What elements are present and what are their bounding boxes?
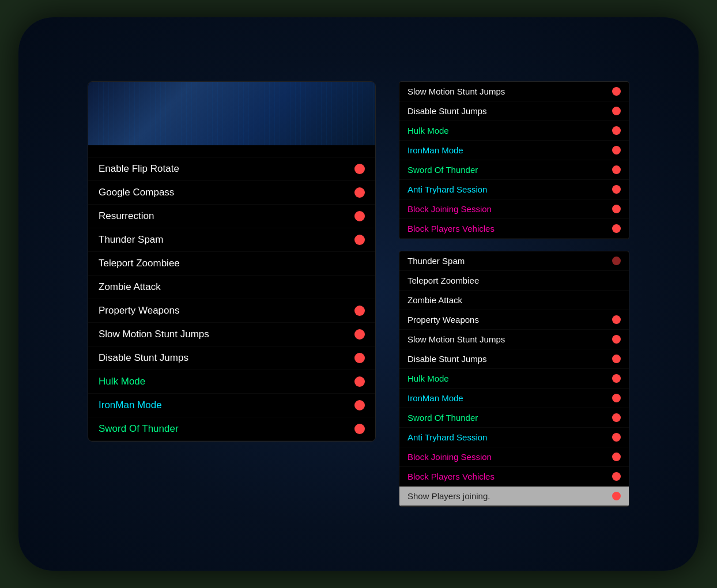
- toggle-dot[interactable]: [612, 472, 621, 481]
- menu-item-label: IronMan Mode: [407, 145, 463, 155]
- menu-item[interactable]: Block Joining Session: [399, 199, 629, 219]
- right-panel-bottom: Thunder SpamTeleport ZoombieeZombie Atta…: [399, 251, 629, 507]
- toggle-dot[interactable]: [612, 126, 621, 135]
- right-panels: Slow Motion Stunt JumpsDisable Stunt Jum…: [399, 81, 629, 507]
- toggle-dot[interactable]: [612, 315, 621, 324]
- toggle-dot[interactable]: [354, 187, 365, 198]
- toggle-dot[interactable]: [612, 257, 621, 265]
- menu-item-label: Anti Tryhard Session: [407, 432, 487, 442]
- toggle-dot[interactable]: [612, 165, 621, 174]
- toggle-dot[interactable]: [354, 400, 365, 410]
- menu-item[interactable]: IronMan Mode: [88, 394, 375, 417]
- toggle-dot[interactable]: [354, 424, 365, 434]
- toggle-dot[interactable]: [612, 413, 621, 422]
- menu-item-label: Teleport Zoombiee: [407, 276, 479, 285]
- menu-item-label: Sword Of Thunder: [99, 423, 179, 435]
- menu-item-label: Enable Flip Rotate: [99, 163, 179, 175]
- toggle-dot[interactable]: [612, 107, 621, 115]
- menu-item[interactable]: Slow Motion Stunt Jumps: [88, 323, 375, 346]
- menu-item-label: Block Players Vehicles: [407, 224, 495, 233]
- menu-item-label: Teleport Zoombiee: [99, 258, 180, 269]
- menu-item[interactable]: Anti Tryhard Session: [399, 428, 629, 447]
- menu-item[interactable]: Sword Of Thunder: [88, 417, 375, 441]
- menu-item-label: Resurrection: [99, 210, 154, 222]
- toggle-dot[interactable]: [612, 224, 621, 233]
- menu-item[interactable]: Hulk Mode: [399, 121, 629, 141]
- menu-item[interactable]: Property Weapons: [88, 299, 375, 323]
- toggle-dot[interactable]: [612, 433, 621, 442]
- toggle-dot[interactable]: [354, 235, 365, 245]
- menu-item-label: Anti Tryhard Session: [407, 184, 487, 194]
- toggle-dot[interactable]: [612, 335, 621, 344]
- menu-item-label: Zombie Attack: [407, 295, 462, 305]
- menu-item[interactable]: Block Joining Session: [399, 447, 629, 467]
- menu-item-label: Slow Motion Stunt Jumps: [407, 86, 505, 96]
- toggle-dot[interactable]: [354, 164, 365, 174]
- menu-item[interactable]: Resurrection: [88, 205, 375, 228]
- menu-item-label: Sword Of Thunder: [407, 413, 478, 423]
- menu-item[interactable]: Zombie Attack: [399, 291, 629, 310]
- menu-item-label: IronMan Mode: [99, 399, 162, 411]
- toggle-dot[interactable]: [612, 205, 621, 213]
- toggle-dot[interactable]: [612, 87, 621, 96]
- menu-item[interactable]: IronMan Mode: [399, 389, 629, 408]
- right-bottom-menu-list: Thunder SpamTeleport ZoombieeZombie Atta…: [399, 251, 629, 506]
- toggle-dot[interactable]: [354, 211, 365, 221]
- toggle-dot[interactable]: [354, 306, 365, 316]
- menu-item[interactable]: Sword Of Thunder: [399, 408, 629, 428]
- toggle-dot[interactable]: [354, 329, 365, 340]
- menu-item-label: Block Players Vehicles: [407, 472, 495, 481]
- menu-item-label: Thunder Spam: [99, 234, 163, 246]
- logo-area: [88, 82, 375, 145]
- menu-item[interactable]: Show Players joining.: [399, 487, 629, 506]
- menu-item[interactable]: Teleport Zoombiee: [399, 271, 629, 291]
- menu-item-label: Disable Stunt Jumps: [407, 354, 487, 364]
- toggle-dot[interactable]: [612, 355, 621, 363]
- toggle-dot[interactable]: [354, 376, 365, 387]
- menu-item[interactable]: Property Weapons: [399, 310, 629, 330]
- menu-item-label: Hulk Mode: [407, 374, 449, 383]
- menu-item[interactable]: Hulk Mode: [88, 370, 375, 394]
- menu-item-label: Sword Of Thunder: [407, 165, 478, 175]
- menu-item[interactable]: Disable Stunt Jumps: [88, 346, 375, 370]
- content-wrapper: Enable Flip RotateGoogle CompassResurrec…: [65, 58, 652, 530]
- toggle-dot[interactable]: [612, 185, 621, 194]
- menu-item[interactable]: IronMan Mode: [399, 141, 629, 160]
- menu-item[interactable]: Disable Stunt Jumps: [399, 101, 629, 121]
- menu-item[interactable]: Zombie Attack: [88, 276, 375, 299]
- menu-item-label: Block Joining Session: [407, 204, 492, 214]
- toggle-dot[interactable]: [612, 146, 621, 154]
- toggle-dot[interactable]: [612, 453, 621, 461]
- menu-item-label: Property Weapons: [407, 315, 479, 325]
- menu-item-label: Google Compass: [99, 187, 174, 198]
- menu-item[interactable]: Block Players Vehicles: [399, 219, 629, 239]
- menu-item[interactable]: Disable Stunt Jumps: [399, 349, 629, 369]
- menu-item-label: Property Weapons: [99, 305, 179, 316]
- menu-item-label: Disable Stunt Jumps: [407, 106, 487, 116]
- menu-item[interactable]: Hulk Mode: [399, 369, 629, 389]
- menu-item[interactable]: Anti Tryhard Session: [399, 180, 629, 199]
- menu-item[interactable]: Enable Flip Rotate: [88, 157, 375, 181]
- menu-item-label: Slow Motion Stunt Jumps: [99, 329, 209, 340]
- toggle-dot[interactable]: [612, 394, 621, 402]
- menu-item[interactable]: Teleport Zoombiee: [88, 252, 375, 276]
- menu-item[interactable]: Google Compass: [88, 181, 375, 205]
- menu-item-label: Zombie Attack: [99, 281, 161, 293]
- toggle-dot[interactable]: [612, 492, 621, 500]
- right-top-menu-list: Slow Motion Stunt JumpsDisable Stunt Jum…: [399, 82, 629, 239]
- menu-item[interactable]: Block Players Vehicles: [399, 467, 629, 487]
- menu-item[interactable]: Slow Motion Stunt Jumps: [399, 82, 629, 101]
- menu-item-label: Block Joining Session: [407, 452, 492, 462]
- menu-item[interactable]: Slow Motion Stunt Jumps: [399, 330, 629, 349]
- toggle-dot[interactable]: [612, 374, 621, 383]
- menu-item-label: Slow Motion Stunt Jumps: [407, 334, 505, 344]
- toggle-dot[interactable]: [354, 353, 365, 363]
- menu-item-label: Hulk Mode: [99, 376, 145, 387]
- menu-item[interactable]: Thunder Spam: [88, 228, 375, 252]
- left-panel: Enable Flip RotateGoogle CompassResurrec…: [88, 81, 376, 442]
- right-panel-top: Slow Motion Stunt JumpsDisable Stunt Jum…: [399, 81, 629, 239]
- menu-item[interactable]: Sword Of Thunder: [399, 160, 629, 180]
- menu-item-label: Thunder Spam: [407, 256, 465, 266]
- menu-item[interactable]: Thunder Spam: [399, 251, 629, 271]
- panel-title: [88, 145, 375, 157]
